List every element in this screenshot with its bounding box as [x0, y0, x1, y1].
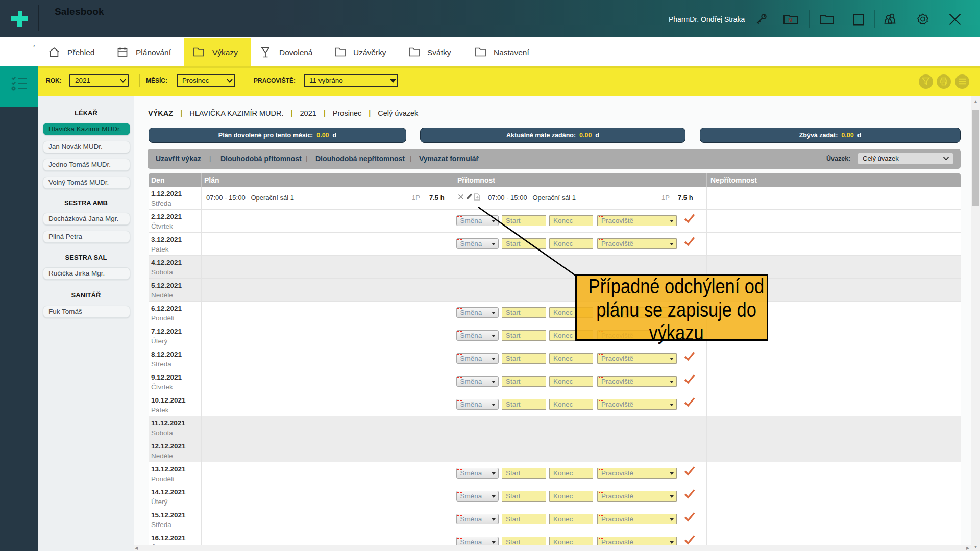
svg-text:N: N [789, 18, 792, 23]
